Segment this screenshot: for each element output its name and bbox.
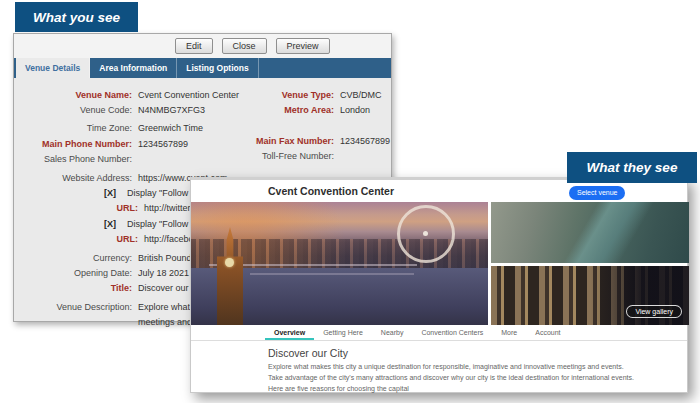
nav-tab-more[interactable]: More [492,325,526,340]
content-paragraph: Take advantage of the city's many attrac… [268,374,669,381]
field-spacer [182,118,387,133]
field-label: Opening Date: [14,268,132,278]
hero-side-images: View gallery [491,202,689,325]
venue-page-title: Cvent Convention Center [268,185,394,197]
tab-venue-details[interactable]: Venue Details [16,58,90,78]
what-you-see-banner: What you see [15,2,138,32]
field-label: Venue Type: [182,90,334,100]
nav-tab-overview[interactable]: Overview [265,325,314,340]
editor-toolbar: Edit Close Preview [14,34,391,58]
checkbox-checked-icon[interactable]: [X] [104,219,116,229]
field-label: Main Phone Number: [14,139,132,149]
field-label: Website Address: [14,173,132,183]
editor-tab-bar: Venue Details Area Information Listing O… [14,58,391,78]
field-label: Toll-Free Number: [182,151,334,161]
field-label: Venue Description: [14,302,132,312]
overview-content: Discover our City Explore what makes thi… [268,344,669,397]
venue-page-nav: Overview Getting Here Nearby Convention … [191,325,687,341]
field-value: 1234567899 [340,136,390,146]
photo-venue-event-night[interactable]: View gallery [491,266,689,325]
content-heading: Discover our City [268,347,669,359]
venue-preview-panel: Cvent Convention Center Select venue Vie… [190,177,688,393]
field-value: July 18 2021 [138,268,189,278]
field-label: Venue Code: [14,105,132,115]
field-label: Currency: [14,253,132,263]
field-value: 1234567899 [138,139,188,149]
field-toll-free: Toll-Free Number: [182,149,387,164]
big-ben-clock-shape [225,258,234,267]
content-paragraph: Explore what makes this city a unique de… [268,363,669,370]
close-button[interactable]: Close [222,38,267,54]
field-metro-area: Metro Area: London [182,102,387,117]
field-value: London [340,105,370,115]
screenshot-stage: What you see What they see Edit Close Pr… [0,0,700,403]
preview-button[interactable]: Preview [276,38,330,54]
toolbar-button-group: Edit Close Preview [175,38,330,54]
tab-listing-options[interactable]: Listing Options [177,58,258,78]
photo-tower-bridge-aerial[interactable] [491,202,689,263]
field-label: Time Zone: [14,123,132,133]
hero-image-gallery: View gallery [191,202,689,325]
form-right-column: Venue Type: CVB/DMC Metro Area: London M… [182,87,387,164]
checkbox-checked-icon[interactable]: [X] [104,188,116,198]
field-label: Metro Area: [182,105,334,115]
nav-tab-nearby[interactable]: Nearby [372,325,413,340]
field-venue-type: Venue Type: CVB/DMC [182,87,387,102]
nav-tab-account[interactable]: Account [526,325,569,340]
nav-tab-getting-here[interactable]: Getting Here [314,325,372,340]
bridge-shape [250,273,413,275]
field-label: Venue Name: [14,90,132,100]
field-label: URL: [14,203,138,213]
what-they-see-banner: What they see [567,152,697,183]
hero-photo-london-dusk[interactable] [191,202,488,325]
field-value: British Pound [138,253,192,263]
preview-header: Cvent Convention Center Select venue [191,180,687,202]
tab-area-information[interactable]: Area Information [90,58,177,78]
field-label: Main Fax Number: [182,136,334,146]
field-label: URL: [14,234,138,244]
edit-button[interactable]: Edit [175,38,213,54]
nav-tab-convention-centers[interactable]: Convention Centers [412,325,492,340]
field-label: Sales Phone Number: [14,154,132,164]
london-eye-hub-shape [423,231,428,236]
field-value: CVB/DMC [340,90,382,100]
field-main-fax: Main Fax Number: 1234567899 [182,133,387,148]
view-gallery-button[interactable]: View gallery [626,305,682,318]
field-label: Title: [14,283,132,293]
content-paragraph: Here are five reasons for choosing the c… [268,385,669,392]
select-venue-button[interactable]: Select venue [569,186,625,200]
